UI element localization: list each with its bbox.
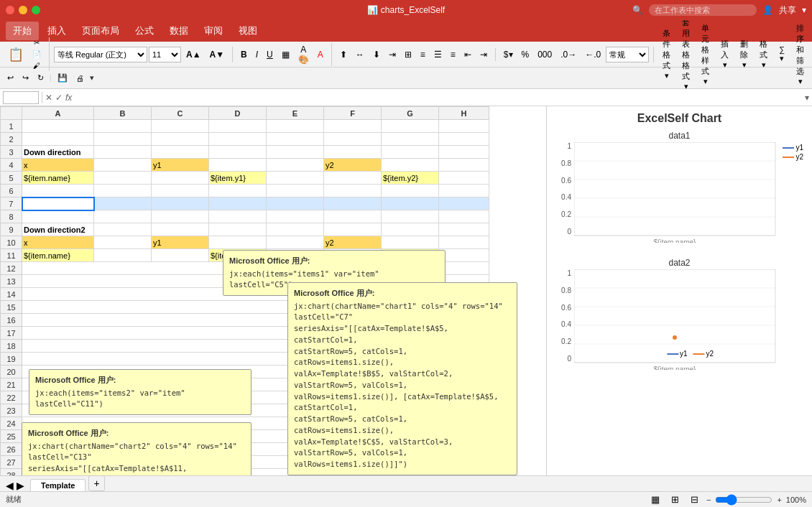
row-header-20[interactable]: 20 <box>1 366 22 378</box>
cell-h5[interactable] <box>439 172 489 185</box>
cell-style-button[interactable]: 单元格样式 ▾ <box>697 22 714 88</box>
row-header-3[interactable]: 3 <box>1 146 22 159</box>
cell-g2[interactable] <box>382 133 439 146</box>
cell-h11[interactable] <box>439 249 489 262</box>
redo-button[interactable]: ↪ <box>19 73 32 83</box>
cell-c4[interactable]: y1 <box>152 159 209 172</box>
cancel-icon[interactable]: ✕ <box>45 93 52 103</box>
cell-e10[interactable] <box>267 236 324 249</box>
cell-f3[interactable] <box>324 146 382 159</box>
cell-e1[interactable] <box>267 120 324 133</box>
cell-h7[interactable] <box>439 197 489 210</box>
minimize-button[interactable] <box>19 6 27 14</box>
row-header-13[interactable]: 13 <box>1 275 22 288</box>
menu-item-formula[interactable]: 公式 <box>128 22 161 40</box>
font-name-select[interactable]: 等线 Regular (正文) <box>54 47 147 62</box>
cell-h3[interactable] <box>439 146 489 159</box>
italic-button[interactable]: I <box>252 48 262 61</box>
cell-e9[interactable] <box>267 223 324 236</box>
col-header-e[interactable]: E <box>267 107 324 120</box>
cell-h9[interactable] <box>439 223 489 236</box>
view-page-break-button[interactable]: ⊟ <box>687 493 702 506</box>
cell-h6[interactable] <box>439 185 489 197</box>
cell-b11[interactable] <box>94 249 152 262</box>
view-page-layout-button[interactable]: ⊞ <box>668 493 683 506</box>
search-input[interactable] <box>649 4 757 16</box>
row-header-19[interactable]: 19 <box>1 353 22 366</box>
cell-b9[interactable] <box>94 223 152 236</box>
row-header-27[interactable]: 27 <box>1 456 22 469</box>
row-header-23[interactable]: 23 <box>1 404 22 417</box>
percent-button[interactable]: % <box>518 48 533 61</box>
zoom-in-button[interactable]: + <box>777 496 781 504</box>
cell-g1[interactable] <box>382 120 439 133</box>
col-header-h[interactable]: H <box>439 107 489 120</box>
cell-g9[interactable] <box>382 223 439 236</box>
cell-g8[interactable] <box>382 210 439 223</box>
cell-c7[interactable] <box>152 197 209 210</box>
cell-c1[interactable] <box>152 120 209 133</box>
cell-b8[interactable] <box>94 210 152 223</box>
cell-c2[interactable] <box>152 133 209 146</box>
font-size-select[interactable]: 11 <box>149 47 181 62</box>
cell-d2[interactable] <box>209 133 267 146</box>
cell-g5[interactable]: ${item.y2} <box>382 172 439 185</box>
row-header-24[interactable]: 24 <box>1 417 22 430</box>
insert-button[interactable]: 插入 ▾ <box>716 37 733 71</box>
row-header-21[interactable]: 21 <box>1 378 22 391</box>
cell-e3[interactable] <box>267 146 324 159</box>
row-header-18[interactable]: 18 <box>1 340 22 353</box>
format-button[interactable]: 格式 ▾ <box>755 37 772 71</box>
row-header-26[interactable]: 26 <box>1 443 22 456</box>
cell-f2[interactable] <box>324 133 382 146</box>
increase-font-button[interactable]: A▲ <box>183 48 205 61</box>
cell-b4[interactable] <box>94 159 152 172</box>
cell-c6[interactable] <box>152 185 209 197</box>
wrap-text-button[interactable]: ⇥ <box>385 48 400 61</box>
cell-d9[interactable] <box>209 223 267 236</box>
cut-button[interactable]: ✂ <box>29 37 45 48</box>
increase-decimal-button[interactable]: .0→ <box>557 48 580 61</box>
cell-c11[interactable] <box>152 249 209 262</box>
cell-d3[interactable] <box>209 146 267 159</box>
cell-a6[interactable] <box>22 185 94 197</box>
cell-d7[interactable] <box>209 197 267 210</box>
row-header-22[interactable]: 22 <box>1 391 22 404</box>
cell-a3[interactable]: Down direction <box>22 146 94 159</box>
cell-g10[interactable] <box>382 236 439 249</box>
cell-c9[interactable] <box>152 223 209 236</box>
expand-formula-icon[interactable]: ▾ <box>805 93 809 103</box>
cell-f9[interactable] <box>324 223 382 236</box>
cell-c10[interactable]: y1 <box>152 236 209 249</box>
cell-b10[interactable] <box>94 236 152 249</box>
align-middle-button[interactable]: ↔ <box>352 48 368 61</box>
copy-button[interactable]: 📄 <box>29 49 45 60</box>
cell-e4[interactable] <box>267 159 324 172</box>
conditional-format-button[interactable]: 条件格式 ▾ <box>658 27 675 82</box>
col-header-c[interactable]: C <box>152 107 209 120</box>
col-header-a[interactable]: A <box>22 107 94 120</box>
row-header-17[interactable]: 17 <box>1 327 22 340</box>
menu-item-review[interactable]: 审阅 <box>197 22 230 40</box>
col-header-f[interactable]: F <box>324 107 382 120</box>
undo-button[interactable]: ↩ <box>4 73 17 83</box>
menu-item-pagelayout[interactable]: 页面布局 <box>75 22 126 40</box>
align-right-button[interactable]: ≡ <box>447 48 459 61</box>
cell-c3[interactable] <box>152 146 209 159</box>
row-header-5[interactable]: 5 <box>1 172 22 185</box>
cell-reference-input[interactable]: A7 <box>3 91 39 104</box>
row-header-25[interactable]: 25 <box>1 430 22 443</box>
cell-f4[interactable]: y2 <box>324 159 382 172</box>
cell-e5[interactable] <box>267 172 324 185</box>
cell-a2[interactable] <box>22 133 94 146</box>
number-format-select[interactable]: 常规 <box>606 47 649 62</box>
cell-c8[interactable] <box>152 210 209 223</box>
row-header-12[interactable]: 12 <box>1 262 22 275</box>
cell-d10[interactable] <box>209 236 267 249</box>
col-header-g[interactable]: G <box>382 107 439 120</box>
font-color-button[interactable]: A <box>314 48 327 61</box>
share-label[interactable]: 共享 <box>779 4 796 17</box>
add-sheet-button[interactable]: + <box>88 475 104 491</box>
menu-item-view[interactable]: 视图 <box>231 22 264 40</box>
cell-h2[interactable] <box>439 133 489 146</box>
